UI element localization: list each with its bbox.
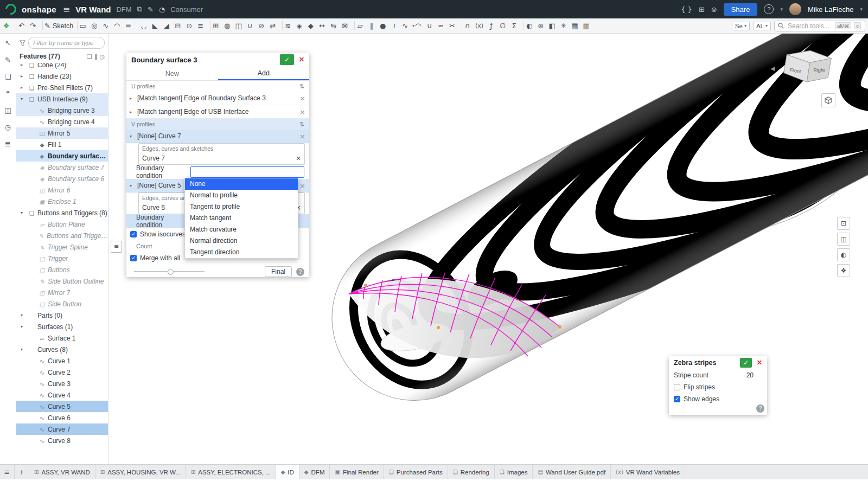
feature-item[interactable]: ▾ Surfaces (1)	[16, 321, 108, 332]
feature-item[interactable]: ▾ ❏ USB Interface (9)	[16, 93, 108, 105]
chevron-down-icon[interactable]: ▾	[130, 183, 135, 188]
view-cube-faces[interactable]: Front Right	[777, 46, 838, 91]
user-menu-caret-icon[interactable]: ▾	[860, 7, 863, 12]
hole-icon[interactable]: ⊙	[186, 20, 197, 33]
remove-icon[interactable]: ×	[299, 132, 305, 140]
curve7-value[interactable]: Curve 7	[142, 155, 293, 162]
transform-icon[interactable]: ⇄	[269, 20, 280, 33]
shell-icon[interactable]: ⊟	[174, 20, 186, 33]
projected-curve-icon[interactable]: ◠	[414, 20, 426, 33]
feature-item[interactable]: ∿ Bridging curve 3	[16, 105, 108, 116]
equation-icon[interactable]: ƒ	[488, 20, 499, 33]
named-views-icon[interactable]: ⊛	[537, 20, 548, 33]
opacity-slider[interactable]	[134, 271, 205, 272]
document-tab[interactable]: ▣ Final Render	[330, 465, 384, 479]
axis-icon[interactable]: ∥	[368, 20, 379, 33]
document-tab[interactable]: ❏ Rendering	[448, 465, 495, 479]
confirm-button[interactable]: ✓	[280, 54, 294, 65]
insert-folder-icon[interactable]: ❏	[87, 53, 92, 60]
suppress-icon[interactable]: ‖	[94, 53, 98, 60]
dropdown-option[interactable]: Tangent direction	[185, 247, 298, 258]
zebra-analysis-icon[interactable]: ◐	[837, 248, 850, 261]
feature-item[interactable]: ✎ Side Button Outline	[16, 275, 108, 287]
document-tab[interactable]: ⊞ ASSY, VR WAND	[29, 465, 95, 479]
section-view-icon[interactable]: ◫	[837, 233, 850, 246]
move-face-icon[interactable]: ↔	[318, 20, 330, 33]
sweep-icon[interactable]: ∿	[102, 20, 113, 33]
feature-item[interactable]: ∿ Curve 7	[16, 423, 108, 435]
link-icon[interactable]: ⧉	[137, 5, 142, 14]
user-name[interactable]: Mike LaFleche	[808, 5, 854, 14]
sheet-metal-icon[interactable]: ▦	[571, 20, 583, 33]
show-edges-checkbox[interactable]	[674, 396, 680, 402]
trim-curve-icon[interactable]: ✂	[449, 20, 460, 33]
split-icon[interactable]: ⊘	[258, 20, 269, 33]
document-tab[interactable]: ◆ DFM	[299, 465, 330, 479]
feature-item[interactable]: ∿ Curve 5	[16, 401, 108, 412]
rollback-bar-handle[interactable]: ≡	[111, 241, 122, 253]
dropdown-option[interactable]: Normal direction	[185, 235, 298, 247]
point-icon[interactable]: ●	[379, 20, 391, 33]
feature-item[interactable]: ◫ Mirror 5	[16, 127, 108, 139]
replace-face-icon[interactable]: ⇆	[330, 20, 341, 33]
chevron-right-icon[interactable]: ▸	[130, 110, 135, 114]
toolbar-separator[interactable]	[138, 21, 138, 30]
draft-icon[interactable]: ◢	[163, 20, 174, 33]
slider-knob[interactable]	[168, 269, 174, 275]
rotate-left-arrow-icon[interactable]: ◀	[770, 65, 775, 72]
chamfer-icon[interactable]: ◣	[151, 20, 163, 33]
feature-item[interactable]: ◫ Mirror 7	[16, 287, 108, 298]
u-profile-row[interactable]: ▸ [Match tangent] Edge of USB Interface …	[126, 105, 309, 119]
feature-item[interactable]: □ Side Button	[16, 298, 108, 310]
feature-item[interactable]: ∿ Curve 1	[16, 355, 108, 367]
rib-icon[interactable]: ≡	[197, 20, 208, 33]
exploded-view-icon[interactable]: ✳	[560, 20, 571, 33]
stripe-count-value[interactable]: 20	[746, 371, 754, 379]
help-caret-icon[interactable]: ▾	[780, 7, 783, 12]
feature-item[interactable]: ∿ Curve 3	[16, 378, 108, 389]
frame-icon[interactable]: ▥	[583, 20, 594, 33]
feature-item[interactable]: ▾ ❏ Buttons and Triggers (8)	[16, 207, 108, 219]
toolbar-separator[interactable]	[210, 21, 210, 30]
custom-feature-icon[interactable]: ❖	[3, 20, 14, 33]
intersection-curve-icon[interactable]: ∩	[464, 20, 475, 33]
share-button[interactable]: Share	[724, 3, 758, 16]
bridging-curve-icon[interactable]: ∪	[426, 20, 437, 33]
versions-icon[interactable]: ✎	[148, 5, 154, 14]
mass-properties-icon[interactable]: Σ	[510, 20, 522, 33]
redo-icon[interactable]: ↷	[29, 20, 41, 33]
toolbar-separator[interactable]	[77, 21, 78, 30]
remove-icon[interactable]: ×	[296, 155, 301, 162]
reorder-icon[interactable]: ⇅	[299, 121, 304, 128]
help-icon[interactable]: ?	[764, 4, 774, 14]
cancel-button[interactable]: ×	[754, 357, 765, 368]
fillet-icon[interactable]: ◡	[140, 20, 151, 33]
tree-caret-icon[interactable]: ▸	[21, 63, 26, 67]
circular-pattern-icon[interactable]: ◍	[224, 20, 235, 33]
units-select[interactable]: AL ▾	[753, 22, 771, 30]
history-panel-icon[interactable]: ◷	[5, 123, 11, 131]
tree-caret-icon[interactable]: ▸	[21, 74, 26, 79]
onshape-logo-icon[interactable]	[3, 2, 18, 17]
onshape-logo-text[interactable]: onshape	[22, 5, 56, 14]
feature-item[interactable]: ▣ Enclose 1	[16, 196, 108, 207]
boolean-icon[interactable]: ∪	[246, 20, 258, 33]
composite-curve-icon[interactable]: ≈	[437, 20, 449, 33]
remove-icon[interactable]: ×	[299, 182, 305, 190]
tag-icon[interactable]: ❏	[5, 73, 11, 81]
variable-icon[interactable]: (x)	[475, 20, 488, 33]
view-cube[interactable]: ◀ Front Right	[770, 46, 838, 91]
appearance-icon[interactable]: ◐	[526, 20, 537, 33]
isometric-view-button[interactable]	[821, 93, 835, 107]
tree-caret-icon[interactable]: ▾	[21, 97, 26, 101]
feature-item[interactable]: ◈ Boundary surface 6	[16, 173, 108, 184]
feature-item[interactable]: ◆ Fill 1	[16, 139, 108, 150]
linear-pattern-icon[interactable]: ⊞	[212, 20, 224, 33]
dropdown-option[interactable]: None	[185, 178, 298, 190]
measure-tools-icon[interactable]: ❖	[837, 264, 850, 277]
document-tab[interactable]: ⊞ ASSY, HOUSING, VR W...	[95, 465, 186, 479]
reorder-icon[interactable]: ⇅	[299, 83, 304, 90]
add-tab-icon[interactable]: +	[15, 465, 29, 479]
document-tab[interactable]: ◆ ID	[276, 465, 299, 479]
loft-icon[interactable]: ◠	[113, 20, 125, 33]
